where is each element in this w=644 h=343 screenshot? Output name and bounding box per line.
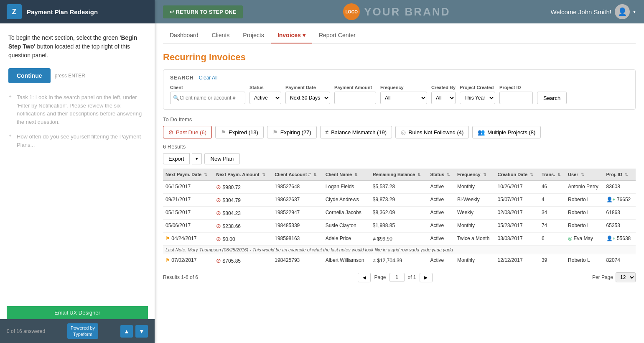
powered-by: Powered by Typeform bbox=[67, 323, 98, 339]
per-page-area: Per Page 12 25 50 bbox=[592, 272, 636, 282]
cell-user: Roberto L bbox=[565, 207, 603, 220]
table-row[interactable]: ⚑ 04/24/2017⊘ $0.00198598163Adele Price≠… bbox=[163, 233, 636, 246]
cell-user: Roberto L bbox=[565, 220, 603, 233]
payment-date-label: Payment Date bbox=[285, 85, 330, 90]
nav-tabs: Dashboard Clients Projects Invoices ▾ Re… bbox=[163, 23, 636, 44]
table-row[interactable]: 09/21/2017⊘ $304.79198632637Clyde Andrew… bbox=[163, 194, 636, 207]
todo-balance-mismatch[interactable]: ≠ Balance Mismatch (19) bbox=[320, 126, 392, 138]
note-cell: Last Note: Mary Thompson (08/25/2016) - … bbox=[163, 246, 636, 254]
col-next-paym-amount[interactable]: Next Paym. Amount ⇅ bbox=[214, 169, 272, 181]
col-status[interactable]: Status ⇅ bbox=[428, 169, 455, 181]
col-creation-date[interactable]: Creation Date ⇅ bbox=[495, 169, 539, 181]
left-header: Z Payment Plan Redesign bbox=[0, 0, 155, 23]
clear-all-link[interactable]: Clear All bbox=[199, 75, 218, 81]
nav-down-button[interactable]: ▼ bbox=[135, 325, 148, 338]
col-client-account[interactable]: Client Account # ⇅ bbox=[272, 169, 323, 181]
page-number-input[interactable] bbox=[389, 273, 405, 282]
per-page-select[interactable]: 12 25 50 bbox=[616, 272, 636, 282]
tab-invoices[interactable]: Invoices ▾ bbox=[271, 28, 312, 44]
col-proj-id[interactable]: Proj. ID ⇅ bbox=[604, 169, 636, 181]
task-1: Task 1: Look in the search panel on the … bbox=[8, 93, 146, 126]
pagination-row: Results 1-6 of 6 ◄ Page of 1 ► Per Page … bbox=[163, 272, 636, 282]
frequency-label: Frequency bbox=[380, 85, 427, 90]
user-new-icon: ◎ bbox=[568, 235, 572, 241]
cell-account: 198598163 bbox=[272, 233, 323, 246]
cell-creation: 05/23/2017 bbox=[495, 220, 539, 233]
cell-user: ◎ Eva May bbox=[565, 233, 603, 246]
col-next-paym-date[interactable]: Next Paym. Date ⇅ bbox=[163, 169, 214, 181]
cell-name: Albert Williamson bbox=[323, 254, 370, 267]
col-user[interactable]: User ⇅ bbox=[565, 169, 603, 181]
user-menu-chevron[interactable]: ▾ bbox=[633, 9, 636, 15]
cell-frequency: Monthly bbox=[455, 254, 495, 267]
cell-proj-id: 65353 bbox=[604, 220, 636, 233]
new-plan-button[interactable]: New Plan bbox=[204, 153, 240, 164]
project-id-input[interactable] bbox=[499, 92, 533, 104]
cell-user: Roberto L bbox=[565, 254, 603, 267]
proj-new-icon: 👤+ bbox=[606, 197, 616, 202]
tab-report-center[interactable]: Report Center bbox=[312, 28, 362, 44]
client-input-wrap: 🔍 bbox=[170, 92, 245, 104]
table-row[interactable]: 05/06/2017⊘ $238.66198485339Susie Clayto… bbox=[163, 220, 636, 233]
table-row[interactable]: 05/15/2017⊘ $804.23198522947Cornelia Jac… bbox=[163, 207, 636, 220]
search-header: SEARCH Clear All bbox=[170, 75, 629, 81]
tab-clients[interactable]: Clients bbox=[205, 28, 237, 44]
search-btn-group: Search bbox=[537, 85, 567, 104]
col-remaining-balance[interactable]: Remaining Balance ⇅ bbox=[370, 169, 428, 181]
search-label: SEARCH bbox=[170, 75, 194, 81]
return-to-step-one-button[interactable]: ↩ RETURN TO STEP ONE bbox=[163, 5, 243, 18]
tab-projects[interactable]: Projects bbox=[236, 28, 271, 44]
cell-date: 09/21/2017 bbox=[163, 194, 214, 207]
cell-balance: $9,873.29 bbox=[370, 194, 428, 207]
continue-button[interactable]: Continue bbox=[8, 68, 51, 83]
status-select[interactable]: Active Inactive All bbox=[249, 92, 281, 104]
export-button[interactable]: Export bbox=[163, 153, 190, 164]
nav-up-button[interactable]: ▲ bbox=[120, 325, 133, 338]
cell-status: Active bbox=[428, 207, 455, 220]
created-by-select[interactable]: All bbox=[431, 92, 456, 104]
todo-multiple-projects[interactable]: 👥 Multiple Projects (8) bbox=[472, 126, 541, 138]
email-ux-designer-button[interactable]: Email UX Designer bbox=[7, 306, 148, 319]
error-icon: ⊘ bbox=[216, 197, 221, 203]
todo-expiring[interactable]: ⚑ Expiring (27) bbox=[267, 126, 317, 138]
table-row[interactable]: ⚑ 07/02/2017⊘ $705.85198425793Albert Wil… bbox=[163, 254, 636, 267]
col-frequency[interactable]: Frequency ⇅ bbox=[455, 169, 495, 181]
cell-status: Active bbox=[428, 181, 455, 194]
per-page-label: Per Page bbox=[592, 274, 613, 280]
table-row[interactable]: 06/15/2017⊘ $980.72198527648Logan Fields… bbox=[163, 181, 636, 194]
press-enter-label: press ENTER bbox=[55, 73, 85, 79]
tab-dashboard[interactable]: Dashboard bbox=[163, 28, 205, 44]
prev-page-button[interactable]: ◄ bbox=[358, 273, 371, 282]
proj-new-icon: 👤+ bbox=[606, 235, 616, 241]
intro-bold: 'Begin Step Two' bbox=[8, 34, 137, 50]
payment-date-select[interactable]: Next 30 Days This Month This Year bbox=[285, 92, 330, 104]
cell-trans: 6 bbox=[539, 233, 565, 246]
error-icon: ⊘ bbox=[216, 223, 221, 229]
cell-balance: $5,537.28 bbox=[370, 181, 428, 194]
cell-creation: 02/03/2017 bbox=[495, 207, 539, 220]
nav-arrows: ▲ ▼ bbox=[120, 325, 148, 338]
z-logo: Z bbox=[7, 4, 22, 19]
user-area: Welcome John Smith! 👤 ▾ bbox=[550, 4, 636, 19]
left-footer: 0 of 16 answered Powered by Typeform ▲ ▼ bbox=[0, 319, 155, 343]
cell-date: 05/15/2017 bbox=[163, 207, 214, 220]
payment-amount-input[interactable] bbox=[334, 92, 376, 104]
todo-items: ⊘ Past Due (6) ⚑ Expired (13) ⚑ Expiring… bbox=[163, 126, 636, 138]
export-caret-button[interactable]: ▾ bbox=[192, 153, 202, 164]
cell-creation: 03/03/2017 bbox=[495, 233, 539, 246]
cell-frequency: Weekly bbox=[455, 207, 495, 220]
todo-expired[interactable]: ⚑ Expired (13) bbox=[215, 126, 264, 138]
todo-past-due[interactable]: ⊘ Past Due (6) bbox=[163, 126, 212, 138]
todo-rules-not-followed[interactable]: ◎ Rules Not Followed (4) bbox=[395, 126, 469, 138]
search-button[interactable]: Search bbox=[537, 92, 567, 104]
col-trans[interactable]: Trans. ⇅ bbox=[539, 169, 565, 181]
brand-logo: LOGO bbox=[343, 3, 360, 20]
col-client-name[interactable]: Client Name ⇅ bbox=[323, 169, 370, 181]
next-page-button[interactable]: ► bbox=[420, 273, 433, 282]
client-field-group: Client 🔍 bbox=[170, 85, 245, 104]
multiple-projects-label: Multiple Projects (8) bbox=[487, 129, 535, 136]
client-input[interactable] bbox=[170, 92, 245, 104]
frequency-select[interactable]: All Weekly Bi-Weekly Monthly Twice a Mon… bbox=[380, 92, 427, 104]
project-created-select[interactable]: This Year Last Year All Time bbox=[460, 92, 495, 104]
payment-amount-label: Payment Amount bbox=[334, 85, 376, 90]
